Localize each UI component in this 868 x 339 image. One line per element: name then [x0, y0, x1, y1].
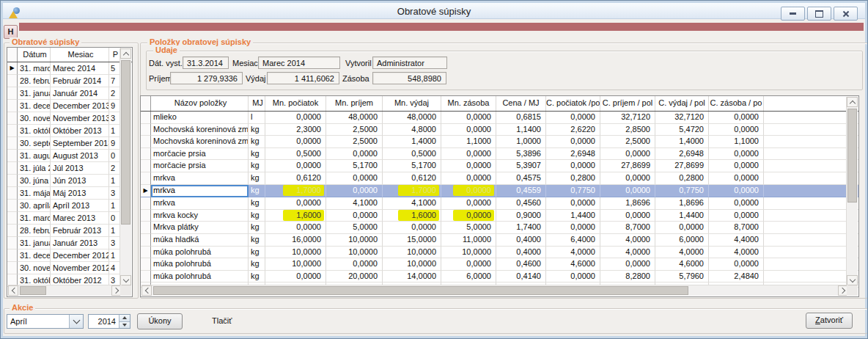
list-item[interactable]: 30. aprílaApríl 20131 [7, 200, 132, 212]
table-row[interactable]: múka polohrubákg0,000020,000014,00006,00… [141, 271, 858, 283]
title-bar[interactable]: Obratové súpisky [3, 3, 865, 19]
list-item[interactable]: 30. noverNovember 20133 [7, 112, 132, 125]
value-cell: 0,0000 [709, 172, 764, 185]
created-by-field: Administrator [372, 56, 447, 69]
value-cell: 27,8699 [655, 160, 709, 172]
restore-icon [815, 10, 823, 18]
list-item[interactable]: 31. marcaMarec 20130 [7, 212, 132, 225]
scroll-up-button[interactable] [120, 48, 131, 59]
list-item[interactable]: 31. januaJanuár 20133 [7, 237, 132, 249]
value-cell: 0,0000 [265, 136, 326, 148]
list-vertical-scrollbar[interactable] [119, 48, 131, 285]
list-item[interactable]: 31. decerDecember 20121 [7, 249, 132, 262]
scroll-up-button[interactable] [847, 97, 858, 107]
scroll-down-button[interactable] [120, 275, 131, 285]
chevron-up-icon [122, 51, 128, 57]
list-item[interactable]: 31. januaJanuár 20142 [7, 87, 132, 100]
value-cell: 4,1000 [326, 197, 383, 210]
list-item[interactable]: 31. mája 2Máj 20133 [7, 187, 132, 200]
dates-list[interactable]: DátumMesiacP ▶31. marcaMarec 2014528. fe… [7, 47, 133, 297]
column-header[interactable]: Mn. počiatok [265, 96, 326, 111]
column-header[interactable]: MJ [249, 96, 265, 111]
table-vertical-scrollbar[interactable] [846, 97, 858, 285]
list-item[interactable]: ▶31. marcaMarec 20145 [7, 62, 132, 75]
value-cell: 0,4559 [496, 185, 546, 198]
scrollbar-thumb[interactable] [121, 60, 130, 225]
scrollbar-thumb[interactable] [153, 286, 688, 295]
table-row[interactable]: Mrkva plátkykg0,00005,00000,00005,00001,… [141, 222, 858, 234]
list-item[interactable]: 28. februFebruár 20147 [7, 75, 132, 87]
list-item[interactable]: 30. septeSeptember 20139 [7, 137, 132, 150]
table-row[interactable]: mliekol0,000048,000048,00000,00000,68150… [141, 112, 858, 124]
row-gutter [141, 124, 151, 136]
table-row[interactable]: morčacie prsiakg0,00005,17005,17000,0000… [141, 160, 858, 172]
minimize-button[interactable] [781, 7, 805, 21]
scroll-left-button[interactable] [8, 285, 18, 296]
close-window-button[interactable] [834, 7, 858, 21]
row-gutter [141, 234, 151, 247]
udaje-groupbox [146, 51, 863, 90]
column-header[interactable]: Mesiac [51, 48, 109, 62]
month-select[interactable]: Apríl [7, 314, 84, 329]
table-row[interactable]: mrkvakg0,61200,00000,61200,00000,45750,2… [141, 172, 858, 185]
ukony-button[interactable]: Úkony [137, 313, 183, 329]
restore-button[interactable] [807, 7, 831, 21]
highlighted-value: 0,0000 [453, 210, 494, 221]
column-header[interactable]: Názov položky [151, 96, 249, 111]
close-button[interactable]: Zatvoriť [806, 313, 853, 329]
list-item[interactable]: 31. októbOktóber 20131 [7, 125, 132, 137]
column-header[interactable]: C. zásoba / po [709, 96, 764, 111]
year-stepper[interactable]: 2014 [88, 314, 130, 329]
column-header[interactable]: Cena / MJ [496, 96, 546, 111]
combo-dropdown-button[interactable] [69, 315, 83, 328]
spin-down-button[interactable] [119, 321, 130, 329]
column-header[interactable]: C. príjem / pol [600, 96, 655, 111]
list-item[interactable]: 31. decerDecember 20139 [7, 100, 132, 112]
list-item[interactable]: 30. noverNovember 20124 [7, 262, 132, 274]
value-cell: 6,0000 [441, 271, 496, 283]
row-gutter [141, 136, 151, 148]
column-header[interactable]: C. počiatok /po [546, 96, 600, 111]
table-row[interactable]: múka polohrubákg10,00000,000010,00000,00… [141, 258, 858, 271]
spin-up-button[interactable] [119, 315, 130, 321]
value-cell: 0,0000 [600, 210, 655, 222]
column-header[interactable]: Mn. zásoba [441, 96, 496, 111]
value-cell: 4,6000 [655, 258, 709, 271]
table-row[interactable]: mrkva kockykg1,60000,00001,60000,00000,9… [141, 210, 858, 222]
table-row[interactable]: múka polohrubákg10,000010,000010,000010,… [141, 247, 858, 259]
actions-group-label: Akcie [10, 303, 35, 312]
scroll-down-button[interactable] [847, 275, 858, 285]
column-header[interactable]: C. výdaj / pol [655, 96, 709, 111]
list-item[interactable]: 30. júna 2Jún 20131 [7, 175, 132, 187]
app-window: Obratové súpisky H Obratové súpisky Dátu… [0, 0, 868, 339]
scroll-left-button[interactable] [141, 285, 152, 296]
table-row[interactable]: múka hladkákg16,000010,000015,000011,000… [141, 234, 858, 247]
list-item[interactable]: 28. februFebruár 20131 [7, 225, 132, 237]
column-header[interactable]: Mn. výdaj [383, 96, 441, 111]
scrollbar-thumb[interactable] [847, 109, 857, 203]
column-header[interactable]: Mn. príjem [326, 96, 383, 111]
column-header[interactable]: Dátum [18, 48, 51, 62]
table-row[interactable]: mrkvakg0,00004,10004,10000,00000,45600,0… [141, 197, 858, 210]
value-cell: 0,0000 [709, 124, 764, 136]
filler-cell [764, 271, 858, 283]
value-cell: 0,0000 [709, 258, 764, 271]
income-label: Príjem [149, 74, 172, 83]
unit-cell: kg [249, 172, 265, 185]
table-row[interactable]: morčacie prsiakg0,50000,00000,50000,0000… [141, 148, 858, 161]
value-cell: 0,6120 [383, 172, 441, 185]
table-row[interactable]: Mochovská koreninová zmeskg0,00002,50001… [141, 136, 858, 148]
dates-list-header: DátumMesiacP [7, 48, 132, 62]
table-horizontal-scrollbar[interactable] [141, 285, 848, 296]
list-item[interactable]: 31. augusAugust 20130 [7, 150, 132, 162]
table-row[interactable]: Mochovská koreninová zmeskg2,30002,50004… [141, 124, 858, 136]
scrollbar-thumb[interactable] [20, 286, 46, 295]
list-horizontal-scrollbar[interactable] [8, 285, 122, 296]
table-row[interactable]: ▶mrkvakg1,70000,00001,70000,00000,45590,… [141, 184, 858, 198]
value-cell: 1,1000 [441, 136, 496, 148]
items-table[interactable]: Názov položkyMJMn. počiatokMn. príjemMn.… [140, 95, 859, 297]
date-issued-field: 31.3.2014 [183, 56, 229, 69]
value-cell: 5,0000 [441, 222, 496, 234]
month-cell: Január 2013 [51, 237, 109, 249]
list-item[interactable]: 31. júla 2Júl 20132 [7, 162, 132, 175]
